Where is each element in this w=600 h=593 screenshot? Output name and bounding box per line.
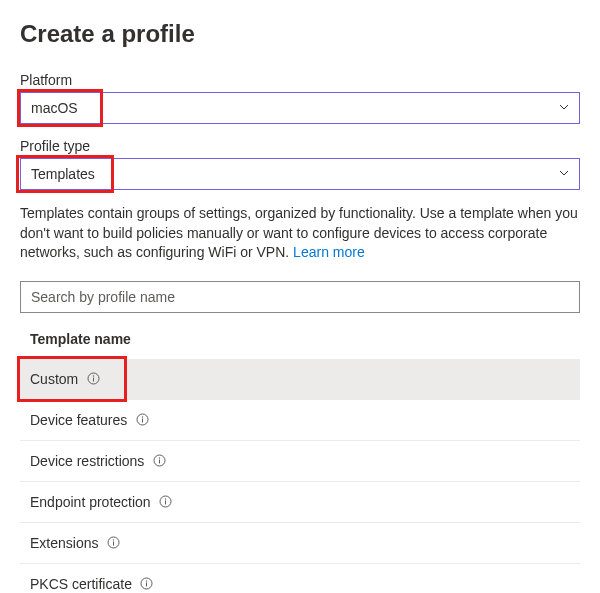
info-icon[interactable] [159,495,173,509]
svg-rect-2 [93,378,94,382]
svg-point-13 [113,540,114,541]
template-row-endpoint-protection[interactable]: Endpoint protection [20,482,580,523]
svg-point-4 [142,417,143,418]
template-name: Extensions [30,535,98,551]
svg-rect-5 [142,419,143,423]
profile-type-select-value: Templates [31,166,95,182]
learn-more-link[interactable]: Learn more [293,244,365,260]
info-icon[interactable] [135,413,149,427]
profile-type-select[interactable]: Templates [20,158,580,190]
svg-point-16 [146,581,147,582]
template-name: Device features [30,412,127,428]
svg-rect-8 [159,460,160,464]
svg-rect-11 [165,501,166,505]
template-name: Device restrictions [30,453,144,469]
svg-rect-17 [146,583,147,587]
svg-point-1 [93,376,94,377]
info-icon[interactable] [106,536,120,550]
platform-select-wrap: macOS [20,92,580,124]
search-input[interactable] [20,281,580,313]
info-icon[interactable] [140,577,154,591]
template-row-device-restrictions[interactable]: Device restrictions [20,441,580,482]
svg-point-7 [159,458,160,459]
platform-field-group: Platform macOS [20,72,580,124]
profile-type-field-group: Profile type Templates [20,138,580,190]
platform-select[interactable]: macOS [20,92,580,124]
template-name: PKCS certificate [30,576,132,592]
platform-label: Platform [20,72,580,88]
template-row-device-features[interactable]: Device features [20,400,580,441]
info-icon[interactable] [86,372,100,386]
profile-type-select-wrap: Templates [20,158,580,190]
template-row-extensions[interactable]: Extensions [20,523,580,564]
template-name: Custom [30,371,78,387]
template-list: Custom Device features Device restrictio… [20,359,580,593]
page-title: Create a profile [20,20,580,48]
template-row-pkcs-certificate[interactable]: PKCS certificate [20,564,580,593]
platform-select-value: macOS [31,100,78,116]
template-name: Endpoint protection [30,494,151,510]
profile-type-label: Profile type [20,138,580,154]
info-icon[interactable] [152,454,166,468]
description-text: Templates contain groups of settings, or… [20,204,580,263]
svg-rect-14 [113,542,114,546]
template-name-column-header: Template name [20,323,580,355]
template-row-custom[interactable]: Custom [20,359,580,400]
svg-point-10 [165,499,166,500]
